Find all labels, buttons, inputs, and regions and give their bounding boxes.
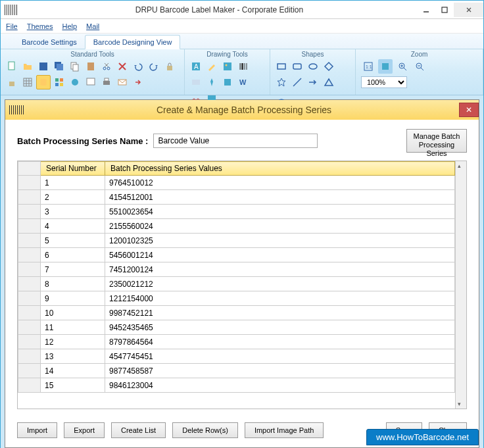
- menu-help[interactable]: Help: [62, 22, 77, 30]
- star-shape-icon[interactable]: [274, 75, 289, 89]
- menu-mail[interactable]: Mail: [86, 22, 99, 30]
- triangle-shape-icon[interactable]: [322, 75, 336, 89]
- row-header[interactable]: [18, 248, 41, 262]
- import-button[interactable]: Import: [17, 422, 57, 438]
- create-list-button[interactable]: Create List: [111, 422, 166, 438]
- dialog-close-button[interactable]: ✕: [459, 103, 479, 117]
- zoom-select[interactable]: 100%: [361, 76, 407, 88]
- row-header[interactable]: [18, 378, 41, 393]
- preview-icon[interactable]: [84, 75, 98, 89]
- cell-sn[interactable]: 8: [41, 277, 105, 291]
- cell-value[interactable]: 1200102325: [105, 234, 455, 248]
- cell-value[interactable]: 7451200124: [105, 262, 455, 277]
- cell-value[interactable]: 2350021212: [105, 277, 455, 291]
- save-icon[interactable]: [36, 59, 51, 74]
- cell-sn[interactable]: 2: [41, 190, 105, 205]
- cell-sn[interactable]: 15: [41, 378, 105, 393]
- batch-icon[interactable]: [36, 75, 51, 89]
- row-header[interactable]: [18, 262, 41, 277]
- fit-icon[interactable]: 1:1: [361, 59, 375, 74]
- col-values[interactable]: Batch Processing Series Values: [105, 162, 455, 176]
- row-header[interactable]: [18, 349, 41, 364]
- color-icon[interactable]: [52, 75, 66, 89]
- cell-value[interactable]: 2155560024: [105, 219, 455, 234]
- cell-value[interactable]: 9452435465: [105, 320, 455, 335]
- table-row[interactable]: 15 9846123004: [18, 378, 455, 393]
- delete-rows-button[interactable]: Delete Row(s): [172, 422, 238, 438]
- row-header[interactable]: [18, 320, 41, 335]
- table-row[interactable]: 5 1200102325: [18, 234, 455, 248]
- row-header[interactable]: [18, 234, 41, 248]
- table-row[interactable]: 14 9877458587: [18, 364, 455, 378]
- barcode-tool-icon[interactable]: [236, 59, 251, 74]
- cell-sn[interactable]: 5: [41, 234, 105, 248]
- row-header[interactable]: [18, 364, 41, 378]
- undo-icon[interactable]: [131, 59, 145, 74]
- tab-barcode-settings[interactable]: Barcode Settings: [14, 36, 85, 49]
- roundrect-shape-icon[interactable]: [290, 59, 304, 74]
- row-header[interactable]: [18, 277, 41, 291]
- cell-value[interactable]: 9846123004: [105, 378, 455, 393]
- wizard-icon[interactable]: [68, 75, 82, 89]
- print-icon[interactable]: [99, 75, 114, 89]
- pin-icon[interactable]: [205, 75, 219, 89]
- cell-sn[interactable]: 4: [41, 219, 105, 234]
- cell-sn[interactable]: 1: [41, 176, 105, 190]
- cell-sn[interactable]: 9: [41, 291, 105, 306]
- table-row[interactable]: 10 9987452121: [18, 306, 455, 320]
- maximize-button[interactable]: [435, 3, 454, 17]
- copy-icon[interactable]: [68, 59, 82, 74]
- table-row[interactable]: 6 5456001214: [18, 248, 455, 262]
- row-header[interactable]: [18, 335, 41, 349]
- row-header[interactable]: [18, 205, 41, 219]
- cell-value[interactable]: 9987452121: [105, 306, 455, 320]
- row-header[interactable]: [18, 306, 41, 320]
- watermark-icon[interactable]: [189, 75, 203, 89]
- cell-value[interactable]: 9764510012: [105, 176, 455, 190]
- cell-sn[interactable]: 6: [41, 248, 105, 262]
- redo-icon[interactable]: [147, 59, 161, 74]
- cell-sn[interactable]: 3: [41, 205, 105, 219]
- delete-icon[interactable]: [115, 59, 130, 74]
- cell-value[interactable]: 9877458587: [105, 364, 455, 378]
- cell-sn[interactable]: 7: [41, 262, 105, 277]
- mail-icon[interactable]: [115, 75, 130, 89]
- unlock-icon[interactable]: [5, 75, 19, 89]
- manage-batch-button[interactable]: Manage Batch Processing Series: [406, 129, 467, 153]
- cell-sn[interactable]: 12: [41, 335, 105, 349]
- cell-value[interactable]: 8797864564: [105, 335, 455, 349]
- table-row[interactable]: 4 2155560024: [18, 219, 455, 234]
- table-row[interactable]: 8 2350021212: [18, 277, 455, 291]
- col-serial[interactable]: Serial Number: [41, 162, 105, 176]
- arrow-shape-icon[interactable]: [306, 75, 320, 89]
- row-header[interactable]: [18, 291, 41, 306]
- cell-value[interactable]: 4154512001: [105, 190, 455, 205]
- minimize-button[interactable]: [417, 3, 435, 17]
- grid-icon[interactable]: [20, 75, 35, 89]
- watermark-link[interactable]: www.HowToBarcode.net: [366, 429, 479, 445]
- cell-value[interactable]: 4547745451: [105, 349, 455, 364]
- table-row[interactable]: 3 5510023654: [18, 205, 455, 219]
- fitpage-icon[interactable]: [378, 59, 393, 74]
- cell-sn[interactable]: 10: [41, 306, 105, 320]
- table-row[interactable]: 9 1212154000: [18, 291, 455, 306]
- menu-file[interactable]: File: [6, 22, 18, 30]
- cell-sn[interactable]: 14: [41, 364, 105, 378]
- row-header[interactable]: [18, 176, 41, 190]
- row-header[interactable]: [18, 190, 41, 205]
- table-row[interactable]: 12 8797864564: [18, 335, 455, 349]
- zoomin-icon[interactable]: [395, 59, 410, 74]
- close-button[interactable]: [454, 3, 483, 17]
- cut-icon[interactable]: [99, 59, 114, 74]
- table-row[interactable]: 7 7451200124: [18, 262, 455, 277]
- image-tool-icon[interactable]: [220, 59, 235, 74]
- cell-value[interactable]: 1212154000: [105, 291, 455, 306]
- import-image-button[interactable]: Import Image Path: [245, 422, 324, 438]
- new-icon[interactable]: [5, 59, 19, 74]
- export-icon[interactable]: [131, 75, 145, 89]
- cell-value[interactable]: 5456001214: [105, 248, 455, 262]
- text-tool-icon[interactable]: A: [189, 59, 203, 74]
- lock-icon[interactable]: [162, 59, 177, 74]
- saveall-icon[interactable]: [52, 59, 66, 74]
- pencil-icon[interactable]: [205, 59, 219, 74]
